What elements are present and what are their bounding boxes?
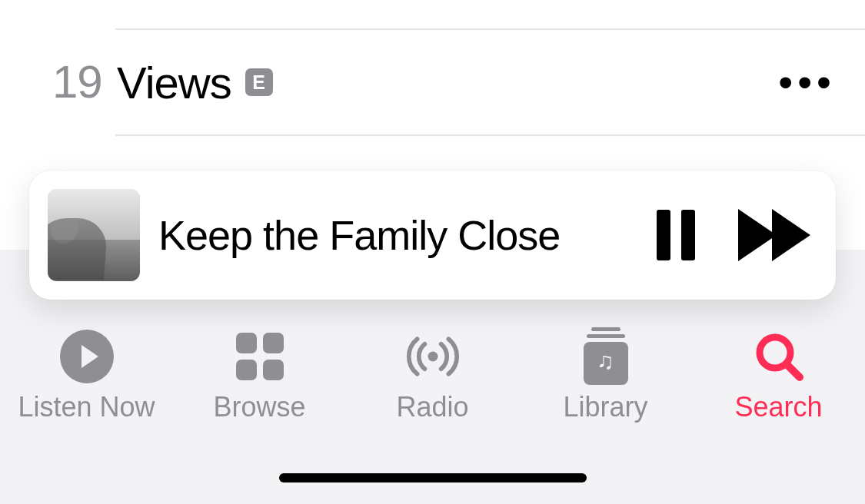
now-playing-bar[interactable]: Keep the Family Close <box>29 171 836 300</box>
ellipsis-icon: ••• <box>778 58 836 106</box>
now-playing-title: Keep the Family Close <box>158 211 624 259</box>
radio-icon <box>406 330 460 383</box>
home-indicator[interactable] <box>279 473 587 482</box>
fast-forward-icon <box>738 209 810 261</box>
tab-browse[interactable]: Browse <box>183 330 337 423</box>
tab-listen-now[interactable]: Listen Now <box>10 330 164 423</box>
pause-icon <box>657 210 695 260</box>
tab-label: Radio <box>396 391 468 423</box>
play-circle-icon <box>60 330 114 383</box>
tab-label: Browse <box>213 391 305 423</box>
track-number: 19 <box>52 55 102 108</box>
grid-icon <box>233 330 287 383</box>
tab-label: Search <box>734 391 822 423</box>
skip-forward-button[interactable] <box>736 197 813 274</box>
svg-point-0 <box>428 351 437 361</box>
playback-controls <box>637 197 813 274</box>
pause-button[interactable] <box>637 197 714 274</box>
more-options-button[interactable]: ••• <box>778 30 836 134</box>
track-title: Views <box>117 57 231 108</box>
tab-label: Library <box>563 391 647 423</box>
album-art <box>48 189 140 281</box>
tab-radio[interactable]: Radio <box>356 330 510 423</box>
svg-line-2 <box>787 364 800 377</box>
search-icon <box>752 330 806 383</box>
tab-search[interactable]: Search <box>702 330 856 423</box>
tab-label: Listen Now <box>18 391 155 423</box>
track-row[interactable]: Views E ••• <box>115 28 865 136</box>
library-icon <box>579 330 633 383</box>
tab-library[interactable]: Library <box>529 330 683 423</box>
explicit-badge: E <box>245 68 273 96</box>
